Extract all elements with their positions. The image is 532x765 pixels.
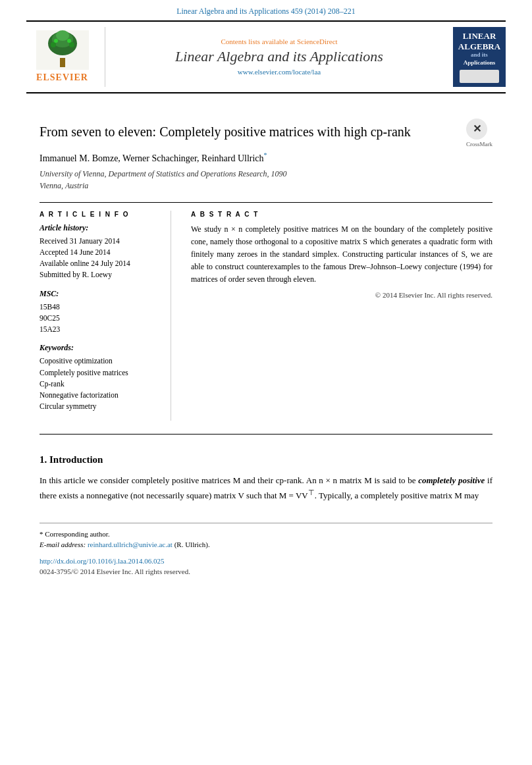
submitted-by: Submitted by R. Loewy xyxy=(40,269,157,280)
introduction-section: 1. Introduction In this article we consi… xyxy=(40,454,492,503)
svg-point-7 xyxy=(54,39,58,43)
crossmark-badge[interactable]: ✕ CrossMark xyxy=(466,119,492,147)
journal-logo-box: LINEAR ALGEBRA and its Applications xyxy=(453,27,506,87)
svg-point-8 xyxy=(67,39,71,43)
copyright-notice: © 2014 Elsevier Inc. All rights reserved… xyxy=(191,291,492,299)
keyword-2: Completely positive matrices xyxy=(40,367,157,379)
abstract-label: A B S T R A C T xyxy=(191,211,492,218)
issn-text: 0024-3795/© 2014 Elsevier Inc. All right… xyxy=(40,567,190,575)
article-info-label: A R T I C L E I N F O xyxy=(40,211,157,218)
email-link[interactable]: reinhard.ullrich@univie.ac.at xyxy=(88,541,173,548)
footnote-area: * Corresponding author. E-mail address: … xyxy=(40,523,492,550)
journal-center-info: Contents lists available at ScienceDirec… xyxy=(105,27,453,87)
svg-point-5 xyxy=(51,42,56,47)
tree-illustration xyxy=(36,30,89,70)
paper-title-area: ✕ CrossMark From seven to eleven: Comple… xyxy=(40,116,492,151)
keywords-section: Keywords: Copositive optimization Comple… xyxy=(40,343,157,412)
sciencedirect-label: Contents lists available at ScienceDirec… xyxy=(221,38,337,45)
section-divider xyxy=(40,434,492,435)
keyword-3: Cp-rank xyxy=(40,379,157,390)
keywords-label: Keywords: xyxy=(40,343,157,353)
available-date: Available online 24 July 2014 xyxy=(40,258,157,269)
svg-point-4 xyxy=(56,30,69,41)
msc-code-2: 90C25 xyxy=(40,313,157,324)
info-abstract-columns: A R T I C L E I N F O Article history: R… xyxy=(40,211,492,421)
msc-code-3: 15A23 xyxy=(40,324,157,335)
keyword-5: Circular symmetry xyxy=(40,401,157,412)
footnote-email: E-mail address: reinhard.ullrich@univie.… xyxy=(40,539,492,550)
elsevier-logo: ELSEVIER xyxy=(26,27,105,87)
paper-title: From seven to eleven: Completely positiv… xyxy=(40,122,492,141)
affiliation: University of Vienna, Department of Stat… xyxy=(40,168,492,192)
intro-heading: 1. Introduction xyxy=(40,454,492,465)
received-date: Received 31 January 2014 xyxy=(40,236,157,247)
keyword-4: Nonnegative factorization xyxy=(40,390,157,401)
msc-label: MSC: xyxy=(40,289,157,299)
svg-rect-1 xyxy=(60,58,65,67)
journal-title-header: Linear Algebra and its Applications xyxy=(175,48,383,65)
accepted-date: Accepted 14 June 2014 xyxy=(40,247,157,258)
article-history: Article history: Received 31 January 201… xyxy=(40,223,157,281)
doi-link[interactable]: http://dx.doi.org/10.1016/j.laa.2014.06.… xyxy=(40,557,165,565)
journal-url: www.elsevier.com/locate/laa xyxy=(238,68,321,76)
intro-paragraph: In this article we consider completely p… xyxy=(40,473,492,503)
abstract-text: We study n × n completely positive matri… xyxy=(191,223,492,286)
main-content: ✕ CrossMark From seven to eleven: Comple… xyxy=(0,93,532,590)
keyword-1: Copositive optimization xyxy=(40,356,157,367)
msc-code-1: 15B48 xyxy=(40,302,157,313)
svg-point-6 xyxy=(69,42,74,47)
history-label: Article history: xyxy=(40,223,157,233)
header-divider xyxy=(40,202,492,203)
elsevier-brand-text: ELSEVIER xyxy=(36,72,88,83)
authors-line: Immanuel M. Bomze, Werner Schachinger, R… xyxy=(40,151,492,164)
logo-barcode xyxy=(460,70,499,83)
journal-header: ELSEVIER Contents lists available at Sci… xyxy=(26,20,506,93)
article-info-column: A R T I C L E I N F O Article history: R… xyxy=(40,211,171,421)
doi-area: http://dx.doi.org/10.1016/j.laa.2014.06.… xyxy=(40,556,492,577)
footnote-corresponding: * Corresponding author. xyxy=(40,529,492,540)
journal-citation: Linear Algebra and its Applications 459 … xyxy=(0,0,532,20)
abstract-column: A B S T R A C T We study n × n completel… xyxy=(191,211,492,421)
msc-section: MSC: 15B48 90C25 15A23 xyxy=(40,289,157,336)
